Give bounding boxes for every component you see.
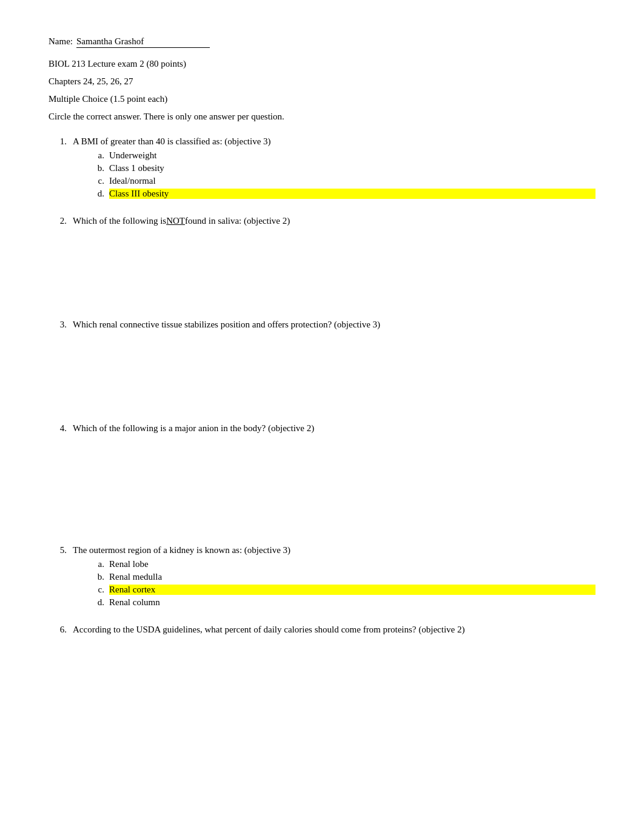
question-row-5: 5. The outermost region of a kidney is k…	[49, 545, 595, 555]
answer-letter-5b: b.	[91, 572, 109, 582]
question-number-3: 3.	[49, 320, 73, 330]
chapters: Chapters 24, 25, 26, 27	[49, 76, 595, 87]
question-item-3: 3. Which renal connective tissue stabili…	[49, 320, 595, 406]
answer-item-5a: a. Renal lobe	[91, 559, 595, 569]
answer-text-5a: Renal lobe	[109, 559, 595, 569]
question-text-4: Which of the following is a major anion …	[73, 423, 595, 434]
question-item-2: 2. Which of the following isNOTfound in …	[49, 216, 595, 303]
answer-letter-1a: a.	[91, 150, 109, 161]
question-text-2: Which of the following isNOTfound in sal…	[73, 216, 595, 226]
answer-item-5d: d. Renal column	[91, 597, 595, 608]
question-item-5: 5. The outermost region of a kidney is k…	[49, 545, 595, 608]
answer-item-1a: a. Underweight	[91, 150, 595, 161]
answer-letter-5d: d.	[91, 597, 109, 608]
answer-text-5c: Renal cortex	[109, 585, 595, 595]
question-number-4: 4.	[49, 423, 73, 434]
question-item-1: 1. A BMI of greater than 40 is classifie…	[49, 136, 595, 199]
questions-list: 1. A BMI of greater than 40 is classifie…	[49, 136, 595, 663]
answer-item-1b: b. Class 1 obesity	[91, 163, 595, 173]
name-value: Samantha Grashof	[76, 36, 210, 48]
answer-text-1b: Class 1 obesity	[109, 163, 595, 173]
question-spacer-2	[49, 230, 595, 303]
answer-item-1c: c. Ideal/normal	[91, 176, 595, 186]
answer-item-5c: c. Renal cortex	[91, 585, 595, 595]
question-text-6: According to the USDA guidelines, what p…	[73, 625, 595, 635]
question-text-1: A BMI of greater than 40 is classified a…	[73, 136, 595, 147]
question-row-4: 4. Which of the following is a major ani…	[49, 423, 595, 434]
answer-letter-5c: c.	[91, 585, 109, 595]
question-type: Multiple Choice (1.5 point each)	[49, 94, 595, 104]
question-text-5: The outermost region of a kidney is know…	[73, 545, 595, 555]
question-row-6: 6. According to the USDA guidelines, wha…	[49, 625, 595, 635]
answer-letter-1c: c.	[91, 176, 109, 186]
name-label: Name:	[49, 36, 73, 47]
instructions: Circle the correct answer. There is only…	[49, 112, 595, 122]
answers-list-1: a. Underweight b. Class 1 obesity c. Ide…	[49, 150, 595, 199]
not-text-2: NOT	[166, 216, 185, 226]
question-spacer-4	[49, 437, 595, 528]
answer-item-5b: b. Renal medulla	[91, 572, 595, 582]
answer-text-1c: Ideal/normal	[109, 176, 595, 186]
answer-text-1a: Underweight	[109, 150, 595, 161]
question-spacer-6	[49, 639, 595, 663]
answer-letter-5a: a.	[91, 559, 109, 569]
exam-title: BIOL 213 Lecture exam 2 (80 points)	[49, 59, 595, 69]
answer-letter-1b: b.	[91, 163, 109, 173]
answer-item-1d: d. Class III obesity	[91, 189, 595, 199]
question-row-3: 3. Which renal connective tissue stabili…	[49, 320, 595, 330]
question-number-2: 2.	[49, 216, 73, 226]
question-spacer-3	[49, 334, 595, 406]
answers-list-5: a. Renal lobe b. Renal medulla c. Renal …	[49, 559, 595, 608]
question-number-1: 1.	[49, 136, 73, 147]
question-item-6: 6. According to the USDA guidelines, wha…	[49, 625, 595, 663]
answer-text-5d: Renal column	[109, 597, 595, 608]
name-line: Name: Samantha Grashof	[49, 36, 595, 48]
answer-text-5b: Renal medulla	[109, 572, 595, 582]
answer-letter-1d: d.	[91, 189, 109, 199]
question-row-2: 2. Which of the following isNOTfound in …	[49, 216, 595, 226]
question-number-6: 6.	[49, 625, 73, 635]
page-container: Name: Samantha Grashof BIOL 213 Lecture …	[49, 36, 595, 663]
question-number-5: 5.	[49, 545, 73, 555]
question-item-4: 4. Which of the following is a major ani…	[49, 423, 595, 528]
question-row-1: 1. A BMI of greater than 40 is classifie…	[49, 136, 595, 147]
answer-text-1d: Class III obesity	[109, 189, 595, 199]
question-text-3: Which renal connective tissue stabilizes…	[73, 320, 595, 330]
